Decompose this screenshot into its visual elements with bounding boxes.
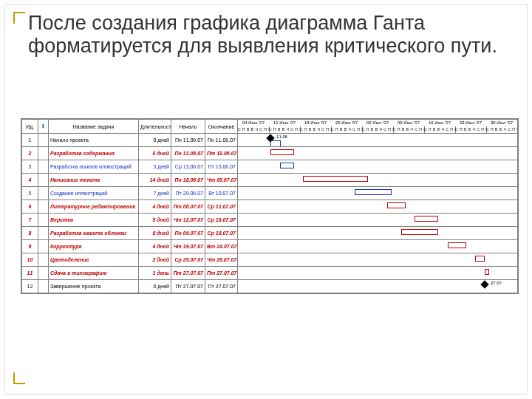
decor-corner-tl (13, 12, 25, 24)
cell-indicator (38, 253, 49, 267)
cell-duration: 4 дней (139, 240, 171, 253)
gantt-milestone (266, 134, 274, 142)
chart-cell (238, 267, 518, 280)
cell-indicator (38, 267, 49, 280)
cell-name: Разработка содержания (49, 147, 139, 160)
cell-indicator (38, 187, 49, 200)
cell-id: 2 (22, 147, 38, 160)
cell-indicator (38, 240, 49, 253)
chart-cell: 11.06 (238, 134, 518, 147)
cell-id: 3 (22, 160, 38, 174)
milestone-label: 27.07 (491, 281, 502, 285)
cell-duration: 1 день (139, 267, 171, 280)
chart-cell (238, 174, 518, 187)
timeline-days: С П В В Ч С П С П В В Ч С П С П В В Ч С … (362, 126, 394, 133)
chart-cell (238, 253, 518, 267)
cell-duration: 14 дней (139, 174, 171, 187)
gantt-bar-critical (303, 176, 368, 182)
table-row: 11Сдача в типографию1 деньПт 27.07.07Пт … (22, 267, 518, 280)
gantt-bar-critical (401, 229, 438, 235)
timeline-days: С П В В Ч С П С П В В Ч С П С П В В Ч С … (486, 126, 518, 133)
gantt-bar-critical (415, 216, 438, 222)
gantt-table: Ид. ℹ Название задачи Длительность Начал… (21, 119, 518, 293)
chart-cell (238, 240, 518, 253)
cell-id: 9 (22, 240, 38, 253)
cell-finish: Пт 27.07.07 (205, 267, 238, 280)
cell-duration: 0 дней (139, 134, 171, 147)
timeline-days: С П В В Ч С П С П В В Ч С П С П В В Ч С … (300, 126, 332, 133)
col-id: Ид. (22, 120, 38, 134)
cell-finish: Чт 05.07.07 (205, 174, 238, 187)
col-name: Название задачи (49, 120, 139, 134)
table-row: 5Создание иллюстраций7 днейПт 29.06.07Вт… (22, 187, 518, 200)
cell-duration: 3 дней (139, 160, 171, 174)
cell-name: Цветоделение (49, 253, 139, 267)
gantt-milestone (480, 280, 488, 288)
col-finish: Окончание (205, 120, 238, 134)
gantt-bar (280, 163, 294, 168)
cell-name: Сдача в типографию (49, 267, 139, 280)
cell-name: Начало проекта (49, 134, 139, 147)
cell-duration: 7 дней (139, 187, 171, 200)
cell-id: 8 (22, 227, 38, 240)
timeline-days: С П В В Ч С П С П В В Ч С П С П В В Ч С … (269, 126, 301, 133)
cell-indicator (38, 200, 49, 214)
decor-corner-bl (13, 372, 25, 384)
cell-indicator (38, 280, 49, 293)
cell-duration: 0 дней (139, 280, 171, 293)
timeline-header: 04 Июн '07С П В В Ч С П С П В В Ч С П С … (238, 120, 518, 134)
cell-duration: 5 дней (139, 147, 171, 160)
cell-name: Верстка (49, 214, 139, 227)
table-row: 7Верстка5 днейЧт 12.07.07Ср 18.07.07 (22, 214, 518, 227)
timeline-week: 23 Июл '07 (455, 120, 487, 126)
cell-duration: 5 дней (139, 214, 171, 227)
cell-duration: 2 дней (139, 253, 171, 267)
cell-id: 7 (22, 214, 38, 227)
gantt-bar (355, 189, 392, 195)
cell-name: Разработка эскизов иллюстраций (49, 160, 139, 174)
cell-finish: Ср 18.07.07 (205, 227, 238, 240)
table-row: 2Разработка содержания5 днейПн 11.06.07П… (22, 147, 518, 160)
cell-id: 10 (22, 253, 38, 267)
table-row: 10Цветоделение2 днейСр 25.07.07Чт 26.07.… (22, 253, 518, 267)
cell-id: 11 (22, 267, 38, 280)
cell-start: Пт 29.06.07 (171, 187, 205, 200)
timeline-week: 04 Июн '07 (238, 120, 270, 126)
milestone-label: 11.06 (276, 134, 287, 139)
cell-id: 5 (22, 187, 38, 200)
gantt-container: Ид. ℹ Название задачи Длительность Начал… (21, 118, 519, 294)
gantt-bar-critical (448, 242, 466, 248)
cell-name: Завершение проекта (49, 280, 139, 293)
table-row: 4Написание текста14 днейПн 18.06.07Чт 05… (22, 174, 518, 187)
table-row: 9Корректура4 днейЧт 19.07.07Вт 24.07.07 (22, 240, 518, 253)
timeline-week: 25 Июн '07 (331, 120, 363, 126)
cell-finish: Вт 24.07.07 (205, 240, 238, 253)
gantt-bar-critical (270, 149, 294, 155)
chart-cell (238, 160, 518, 174)
timeline-week: 11 Июн '07 (269, 120, 301, 126)
cell-finish: Ср 18.07.07 (205, 214, 238, 227)
cell-start: Ср 13.06.07 (171, 160, 205, 174)
cell-indicator (38, 174, 49, 187)
info-icon: ℹ (42, 123, 44, 129)
cell-duration: 8 дней (139, 227, 171, 240)
cell-name: Разработка макета обложки (49, 227, 139, 240)
col-start: Начало (171, 120, 205, 134)
timeline-days: С П В В Ч С П С П В В Ч С П С П В В Ч С … (455, 126, 487, 133)
cell-id: 6 (22, 200, 38, 214)
table-row: 3Разработка эскизов иллюстраций3 днейСр … (22, 160, 518, 174)
cell-finish: Пт 27.07.07 (205, 280, 238, 293)
cell-name: Создание иллюстраций (49, 187, 139, 200)
chart-cell (238, 227, 518, 240)
cell-indicator (38, 214, 49, 227)
cell-id: 12 (22, 280, 38, 293)
chart-cell: 27.07 (238, 280, 518, 293)
cell-start: Чт 19.07.07 (171, 240, 205, 253)
timeline-days: С П В В Ч С П С П В В Ч С П С П В В Ч С … (424, 126, 456, 133)
timeline-week: 02 Июл '07 (362, 120, 394, 126)
cell-finish: Вт 10.07.07 (205, 187, 238, 200)
gantt-bar-critical (387, 202, 406, 208)
cell-start: Пт 27.07.07 (171, 267, 205, 280)
chart-cell (238, 147, 518, 160)
timeline-week: 18 Июн '07 (300, 120, 332, 126)
